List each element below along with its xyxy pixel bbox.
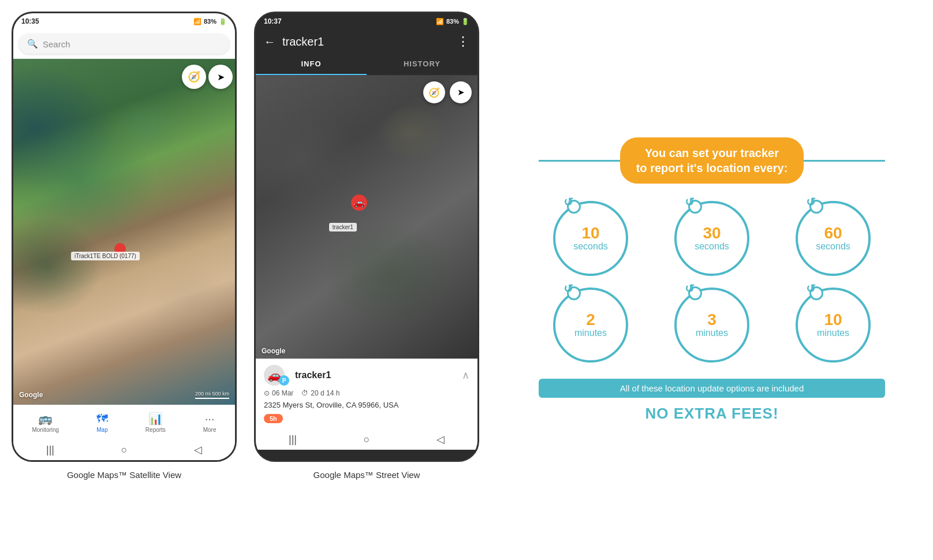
phone1-status-icons: 📶 83% 🔋 <box>193 18 227 25</box>
promo-header-text: You can set your tracker to report it's … <box>636 145 788 176</box>
circle-num-10m: 10 <box>824 312 842 328</box>
promo-panel: You can set your tracker to report it's … <box>491 0 933 560</box>
circle-ring-3m: ↺ 3 minutes <box>674 288 749 363</box>
map-icon: 🗺 <box>96 412 108 425</box>
phone1-search-bar: 🔍 Search <box>13 29 235 59</box>
circle-arrow-10m: ↺ <box>806 282 816 296</box>
phone2-satellite-map[interactable]: 🧭 ➤ tracker1 Google <box>256 76 477 359</box>
tracker-header: ← tracker1 ⋮ <box>256 29 477 54</box>
circle-unit-2m: minutes <box>574 328 607 338</box>
circle-ring-10m: ↺ 10 minutes <box>796 288 871 363</box>
circle-ring-60s: ↺ 60 seconds <box>796 201 871 276</box>
tracker-info-panel: 🚗 P tracker1 ∧ ⊙ 06 Mar ⏱ 20 d <box>256 359 477 429</box>
phone1-sys-bar: ||| ○ ◁ <box>13 439 235 460</box>
phone1-signal: 📶 <box>193 18 201 25</box>
phone1-compass-north: 🧭 <box>182 65 206 89</box>
phone1-map-label: iTrack1TE BOLD (0177) <box>71 252 140 260</box>
circle-2m: ↺ 2 minutes <box>539 288 643 363</box>
promo-tagline: NO EXTRA FEES! <box>539 405 885 423</box>
phone2-caption: Google Maps™ Street View <box>314 470 420 480</box>
phone1-recents-btn[interactable]: ◁ <box>186 449 210 451</box>
tracker-address: 2325 Myers St, Oroville, CA 95966, USA <box>264 401 469 409</box>
phone1-compass-location: ➤ <box>208 65 233 89</box>
phone2-frame: 10:37 📶 83% 🔋 ← tracker1 ⋮ INFO HISTORY <box>254 12 479 462</box>
nav-item-monitoring[interactable]: 🚌 Monitoring <box>27 409 64 435</box>
circle-num-10s: 10 <box>581 225 599 241</box>
tracker-chevron-icon: ∧ <box>462 369 469 382</box>
circle-arrow-10s: ↺ <box>563 195 573 209</box>
tracker-tabs: INFO HISTORY <box>256 54 477 76</box>
tab-history[interactable]: HISTORY <box>367 54 477 75</box>
circles-grid: ↺ 10 seconds ↺ 30 seconds ↺ 60 seconds <box>539 201 885 363</box>
circle-10s: ↺ 10 seconds <box>539 201 643 276</box>
phone1-map-scale: 200 mi 500 km <box>195 391 229 399</box>
phone1-back-btn[interactable]: ||| <box>39 449 62 451</box>
promo-header-wrapper: You can set your tracker to report it's … <box>539 137 885 184</box>
circle-unit-10m: minutes <box>817 328 849 338</box>
phone1-wrapper: 10:35 📶 83% 🔋 🔍 Search 🧭 ➤ <box>12 12 237 480</box>
nav-item-reports[interactable]: 📊 Reports <box>141 409 170 435</box>
phone2-recents-btn[interactable]: ◁ <box>429 438 452 440</box>
phone1-content: 🔍 Search 🧭 ➤ iTrack1TE BOLD (0177) Googl… <box>13 29 235 460</box>
phone1-battery-icon: 🔋 <box>219 18 227 25</box>
tracker-title: tracker1 <box>282 35 450 48</box>
phone2-status-bar: 10:37 📶 83% 🔋 <box>256 13 477 29</box>
circle-unit-10s: seconds <box>573 241 608 252</box>
circle-10m: ↺ 10 minutes <box>781 288 885 363</box>
circle-unit-3m: minutes <box>696 328 728 338</box>
nav-item-map[interactable]: 🗺 Map <box>92 410 113 435</box>
promo-card: You can set your tracker to report it's … <box>539 137 885 423</box>
tracker-p-badge: P <box>279 375 289 386</box>
tracker-status-badge: 5h <box>264 414 283 423</box>
tracker-name: tracker1 <box>295 370 331 380</box>
phone2-battery: 83% <box>446 18 459 25</box>
phone2-status-icons: 📶 83% 🔋 <box>436 18 469 25</box>
phone1-time: 10:35 <box>21 17 39 25</box>
date-icon: ⊙ <box>264 389 270 397</box>
phone2-map-label: tracker1 <box>329 223 357 232</box>
phone2-wrapper: 10:37 📶 83% 🔋 ← tracker1 ⋮ INFO HISTORY <box>254 12 479 480</box>
circle-30s: ↺ 30 seconds <box>660 201 764 276</box>
phone2-compass-location: ➤ <box>450 81 472 103</box>
phone1-search-inner[interactable]: 🔍 Search <box>19 34 229 54</box>
phone2-content: ← tracker1 ⋮ INFO HISTORY 🧭 ➤ tracker1 G… <box>256 29 477 460</box>
phone2-compass-north: 🧭 <box>423 81 445 103</box>
phone1-home-btn[interactable]: ○ <box>113 449 136 451</box>
circle-ring-30s: ↺ 30 seconds <box>674 201 749 276</box>
phone1-search-placeholder: Search <box>43 39 70 49</box>
tracker-meta-duration: ⏱ 20 d 14 h <box>301 389 339 397</box>
search-icon: 🔍 <box>27 39 38 49</box>
tracker-more-button[interactable]: ⋮ <box>457 34 469 49</box>
promo-line-left <box>539 160 620 162</box>
circle-ring-2m: ↺ 2 minutes <box>553 288 628 363</box>
circle-arrow-60s: ↺ <box>806 195 816 209</box>
reports-icon: 📊 <box>148 412 163 425</box>
circle-num-60s: 60 <box>824 225 842 241</box>
phone2-battery-icon: 🔋 <box>461 18 469 25</box>
more-icon: ··· <box>205 412 215 425</box>
phone1-google-logo: Google <box>19 391 43 399</box>
tab-info[interactable]: INFO <box>256 54 367 75</box>
nav-item-more[interactable]: ··· More <box>199 410 221 435</box>
tracker-avatar-group: 🚗 P <box>264 365 289 386</box>
phone2-back-btn[interactable]: ||| <box>281 438 304 440</box>
map-label-nav: Map <box>96 427 107 433</box>
tracker-date: 06 Mar <box>272 389 293 397</box>
promo-line-right <box>804 160 885 162</box>
promo-header-line1: You can set your tracker <box>645 147 779 159</box>
circle-num-30s: 30 <box>703 225 721 241</box>
phone1-frame: 10:35 📶 83% 🔋 🔍 Search 🧭 ➤ <box>12 12 237 462</box>
reports-label: Reports <box>145 427 166 433</box>
monitoring-label: Monitoring <box>32 427 59 433</box>
circle-unit-30s: seconds <box>695 241 729 252</box>
phone1-battery: 83% <box>204 18 217 25</box>
phone2-signal: 📶 <box>436 18 444 25</box>
circle-arrow-3m: ↺ <box>685 282 695 296</box>
tracker-meta: ⊙ 06 Mar ⏱ 20 d 14 h <box>264 389 469 397</box>
tracker-back-button[interactable]: ← <box>264 35 275 48</box>
phone2-google-logo: Google <box>262 347 285 355</box>
phone1-satellite-map[interactable]: 🧭 ➤ iTrack1TE BOLD (0177) Google 200 mi … <box>13 59 235 405</box>
phone1-caption: Google Maps™ Satellite View <box>67 470 181 480</box>
phone2-home-btn[interactable]: ○ <box>355 438 378 440</box>
clock-icon: ⏱ <box>301 389 308 397</box>
